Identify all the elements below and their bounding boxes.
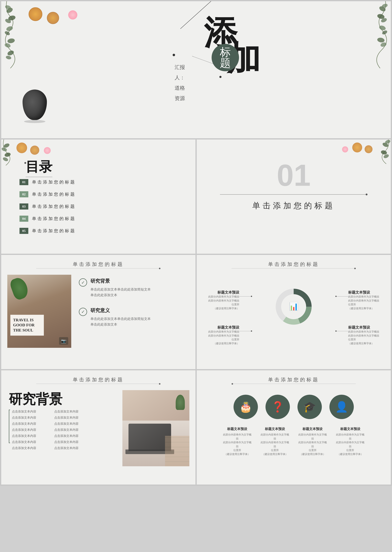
s6-header-line [36, 384, 161, 384]
section-number: 01 [277, 158, 311, 193]
icon-item-2: ❓ [266, 395, 290, 419]
svg-point-17 [380, 42, 387, 48]
svg-point-7 [4, 42, 11, 48]
s5-header-line [231, 268, 356, 269]
label-tl: 标题文本预设 此部分内容将作为文字概括此部分内容将作为文字概括位置所（建议使用注… [203, 290, 239, 310]
s6-big-title: 研究背景 [9, 390, 63, 408]
s6-header-title: 单击添加您的标题 [73, 376, 124, 383]
label-item-3: 标题文本预设 此部分内容将作为文字概括此部分内容将作为文字概括位置所（建议使用注… [297, 427, 328, 456]
slide-4-research: 单击添加您的标题 TRAVEL IS GOOD FOR THE SOUL 📷 ✓ [1, 255, 196, 369]
subtitle-text: 汇报 人： 道格 资源 [175, 62, 185, 104]
icons-row: 🎂 ❓ 🎓 👤 [222, 395, 365, 419]
pink-flower-decoration [68, 10, 77, 20]
s7-header-dot [231, 383, 233, 385]
menu-item-4: 04 单击添加您的标题 [20, 216, 123, 222]
svg-text:📊: 📊 [289, 302, 299, 311]
menu-item-2: 02 单击添加您的标题 [20, 191, 123, 197]
labels-row: 标题文本预设 此部分内容将作为文字概括此部分内容将作为文字概括位置所（建议使用注… [222, 427, 365, 456]
check-icon-1: ✓ [79, 278, 87, 287]
s5-header-dot [354, 268, 356, 269]
dot-tr [335, 296, 336, 297]
label-bl: 标题文本预设 此部分内容将作为文字概括此部分内容将作为文字概括位置所（建议使用注… [203, 325, 239, 345]
s6-text-area: 点击添加文本内容点击添加文本内容点击添加文本内容点击添加文本内容点击添加文本内容… [9, 408, 94, 451]
s4-item-1: ✓ 研究背景 单击此处添加文本单击此处添加简短文本单击此处添加文本 [79, 278, 178, 298]
slide-7-icons: 单击添加您的标题 🎂 ❓ 🎓 👤 [197, 370, 391, 485]
svg-point-21 [2, 156, 9, 162]
svg-point-8 [7, 50, 15, 56]
s6-header-dot [159, 383, 161, 385]
toc-flower [44, 147, 51, 154]
section-subtitle: 单击添加您的标题 [252, 200, 335, 211]
svg-point-9 [6, 55, 12, 60]
icon-item-1: 🎂 [233, 395, 258, 419]
label-item-4: 标题文本预设 此部分内容将作为文字概括此部分内容将作为文字概括位置所（建议使用注… [335, 427, 365, 456]
s7-header-line [231, 384, 356, 384]
s4-main-image: TRAVEL IS GOOD FOR THE SOUL 📷 [7, 275, 71, 348]
vine-right-decoration [342, 1, 391, 82]
icon-person: 👤 [329, 395, 354, 419]
menu-item-3: 03 单击添加您的标题 [20, 204, 123, 210]
svg-point-6 [7, 38, 15, 44]
dot-decoration-1 [173, 54, 175, 56]
icon-item-3: 🎓 [297, 395, 322, 419]
dot-decoration-2 [219, 76, 222, 78]
s3-fruits [352, 142, 372, 153]
connector-tl [239, 296, 252, 297]
s3-divider [220, 194, 367, 195]
s4-header-line [36, 268, 161, 269]
dot-tl [251, 296, 252, 297]
svg-point-24 [380, 150, 387, 155]
icon-item-4: 👤 [329, 395, 354, 419]
s5-header-title: 单击添加您的标题 [268, 261, 319, 268]
s3-flower [342, 146, 348, 152]
icon-question: ❓ [266, 395, 290, 419]
slide-2-toc: 目录 01 单击添加您的标题 02 单击添加您的标题 03 单击添加您的标题 0… [1, 140, 196, 254]
s7-header-title: 单击添加您的标题 [268, 376, 319, 383]
slide-5-chart: 单击添加您的标题 📊 标题文本预设 此部分内容将作为文字概括此部分内容将作为文字… [197, 255, 391, 369]
toc-fruits [16, 142, 39, 155]
s3-divider-dot [366, 194, 367, 195]
toc-menu-list: 01 单击添加您的标题 02 单击添加您的标题 03 单击添加您的标题 04 单… [20, 179, 123, 240]
menu-item-5: 05 单击添加您的标题 [20, 228, 123, 234]
connector-br [336, 331, 348, 331]
icon-graduation: 🎓 [297, 395, 322, 419]
s4-header-dot [159, 268, 161, 269]
title-badge: 标 题 [212, 44, 239, 71]
svg-point-16 [377, 37, 385, 43]
travel-card: TRAVEL IS GOOD FOR THE SOUL [10, 315, 44, 336]
svg-point-19 [1, 147, 7, 152]
slide-3-section: 01 单击添加您的标题 [197, 140, 391, 254]
donut-chart: 📊 [272, 285, 315, 329]
menu-item-1: 01 单击添加您的标题 [20, 179, 123, 185]
label-item-1: 标题文本预设 此部分内容将作为文字概括此部分内容将作为文字概括位置所（建议使用注… [222, 427, 252, 456]
slide-6-background: 单击添加您的标题 研究背景 点击添加文本内容点击添加文本内容点击添加文本内容点击… [1, 370, 196, 485]
svg-point-20 [4, 152, 11, 157]
vase-decoration [20, 90, 50, 129]
svg-point-5 [4, 30, 11, 36]
s4-header-title: 单击添加您的标题 [73, 261, 124, 268]
label-tr: 标题文本预设 此部分内容将作为文字概括此部分内容将作为文字概括位置所（建议使用注… [348, 290, 385, 310]
connector-tr [336, 296, 348, 297]
check-icon-2: ✓ [79, 308, 87, 316]
toc-title-area: 目录 [26, 158, 52, 177]
s6-photo [122, 390, 189, 466]
label-br: 标题文本预设 此部分内容将作为文字概括此部分内容将作为文字概括位置所（建议使用注… [348, 325, 385, 345]
toc-title-dot [24, 162, 26, 164]
dot-bl [251, 330, 252, 332]
dot-br [335, 330, 336, 332]
icon-cake: 🎂 [233, 395, 258, 419]
label-item-2: 标题文本预设 此部分内容将作为文字概括此部分内容将作为文字概括位置所（建议使用注… [260, 427, 290, 456]
slide-1-title: 添 加 标 题 汇报 人： 道格 资源 [1, 1, 391, 138]
s4-right-content: ✓ 研究背景 单击此处添加文本单击此处添加简短文本单击此处添加文本 ✓ 研究意义… [79, 278, 178, 327]
s4-item-2: ✓ 研究意义 单击此处添加文本单击此处添加简短文本单击此处添加文本 [79, 307, 178, 327]
connector-bl [239, 331, 252, 331]
dried-fruit-decoration [29, 7, 59, 24]
